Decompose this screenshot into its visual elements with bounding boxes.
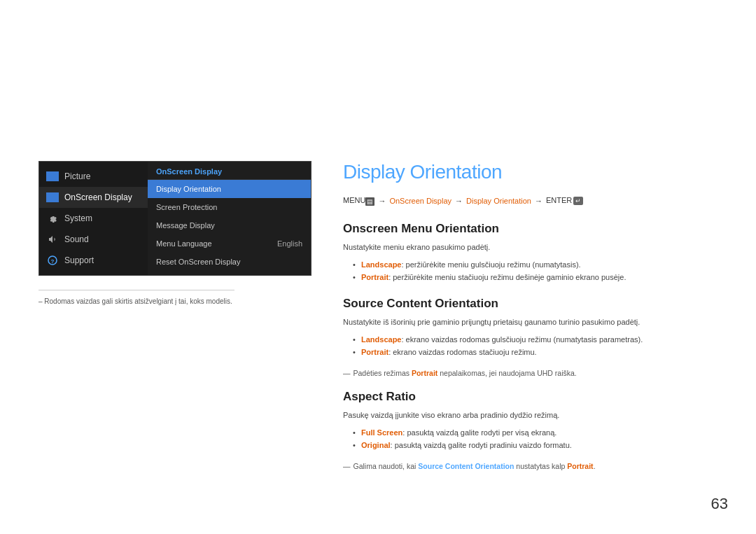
section-title-aspect-ratio: Aspect Ratio (343, 390, 704, 404)
portrait-text-1: : peržiūrėkite meniu stačiuoju režimu de… (388, 273, 626, 281)
submenu-item-display-orientation[interactable]: Display Orientation (148, 180, 311, 198)
sidebar-item-picture[interactable]: Picture (39, 166, 148, 187)
breadcrumb: MENU▤ → OnScreen Display → Display Orien… (343, 196, 704, 205)
section-body-source-content: Nustatykite iš išorinių prie gaminio pri… (343, 316, 704, 329)
landscape-text-1: : peržiūrėkite meniu gulsčiuoju režimu (… (401, 260, 580, 269)
bc-part1: OnScreen Display (389, 197, 451, 205)
svg-text:?: ? (51, 258, 55, 265)
submenu-label-screen-protection: Screen Protection (156, 203, 217, 211)
section-body-aspect-ratio: Pasukę vaizdą įjunkite viso ekrano arba … (343, 409, 704, 422)
submenu-label-message-display: Message Display (156, 221, 215, 230)
bc-part2: Display Orientation (466, 197, 531, 205)
submenu: OnScreen Display Display Orientation Scr… (148, 162, 311, 275)
section-body-onscreen-menu: Nustatykite meniu ekrano pasukimo padėtį… (343, 241, 704, 254)
section-source-content: Source Content Orientation Nustatykite i… (343, 297, 704, 377)
portrait-label-2: Portrait (361, 348, 388, 356)
sidebar-nav: Picture OnScreen Display System (39, 162, 148, 275)
bullet-item-fullscreen: Full Screen: pasuktą vaizdą galite rodyt… (354, 426, 704, 440)
bullet-item-portrait-1: Portrait: peržiūrėkite meniu stačiuoju r… (354, 271, 704, 284)
bc-arrow-2: → (455, 197, 463, 205)
sidebar-label-sound: Sound (64, 234, 89, 244)
submenu-item-screen-protection[interactable]: Screen Protection (148, 198, 311, 216)
bullet-item-landscape-2: Landscape: ekrano vaizdas rodomas gulsči… (354, 333, 704, 346)
left-panel: Picture OnScreen Display System (38, 161, 354, 307)
right-content: Display Orientation MENU▤ → OnScreen Dis… (343, 161, 724, 483)
submenu-item-reset-onscreen[interactable]: Reset OnScreen Display (148, 253, 311, 271)
sidebar-item-support[interactable]: ? Support (39, 250, 148, 271)
fullscreen-label: Full Screen (361, 428, 402, 437)
page-number: 63 (711, 495, 728, 513)
section-title-onscreen-menu: Onscreen Menu Orientation (343, 222, 704, 236)
support-icon: ? (46, 255, 59, 265)
bc-menu-label: MENU▤ (343, 196, 374, 204)
source-content-note-label: Source Content Orientation (418, 462, 514, 470)
sidebar-label-support: Support (64, 255, 94, 265)
menu-container: Picture OnScreen Display System (38, 161, 312, 276)
sound-icon (46, 234, 59, 244)
submenu-label-menu-language: Menu Language (156, 239, 212, 248)
footnote-area: – Rodomas vaizdas gali skirtis atsižvelg… (38, 290, 234, 307)
picture-icon (46, 171, 59, 181)
bc-arrow-1: → (378, 197, 386, 205)
sidebar-item-onscreen[interactable]: OnScreen Display (39, 187, 148, 208)
sidebar-item-sound[interactable]: Sound (39, 229, 148, 250)
note-source-content: ― Padėties režimas Portrait nepalaikomas… (343, 369, 704, 377)
landscape-label-1: Landscape (361, 260, 401, 269)
section-title-source-content: Source Content Orientation (343, 297, 704, 311)
original-text: : pasuktą vaizdą galite rodyti pradiniu … (391, 441, 572, 449)
page-title: Display Orientation (343, 161, 704, 183)
sidebar-label-picture: Picture (64, 171, 90, 181)
bullet-item-portrait-2: Portrait: ekrano vaizdas rodomas stačiuo… (354, 346, 704, 359)
sidebar-label-system: System (64, 213, 92, 223)
original-label: Original (361, 441, 391, 449)
note-aspect-ratio: ― Galima naudoti, kai Source Content Ori… (343, 462, 704, 470)
bc-arrow-3: → (535, 197, 542, 205)
landscape-label-2: Landscape (361, 335, 401, 344)
portrait-text-2: : ekrano vaizdas rodomas stačiuoju režim… (388, 348, 537, 356)
portrait-note-label-2: Portrait (567, 462, 593, 470)
bullet-list-source-content: Landscape: ekrano vaizdas rodomas gulsči… (354, 333, 704, 359)
submenu-label-reset-onscreen: Reset OnScreen Display (156, 258, 240, 266)
section-aspect-ratio: Aspect Ratio Pasukę vaizdą įjunkite viso… (343, 390, 704, 470)
submenu-label-display-orientation: Display Orientation (156, 185, 221, 193)
bullet-item-original: Original: pasuktą vaizdą galite rodyti p… (354, 439, 704, 452)
gear-icon (46, 213, 59, 223)
portrait-label-1: Portrait (361, 273, 388, 281)
submenu-item-message-display[interactable]: Message Display (148, 216, 311, 234)
submenu-header: OnScreen Display (148, 162, 311, 180)
bullet-item-landscape-1: Landscape: peržiūrėkite meniu gulsčiuoju… (354, 258, 704, 272)
fullscreen-text: : pasuktą vaizdą galite rodyti per visą … (402, 428, 556, 437)
landscape-text-2: : ekrano vaizdas rodomas gulsčiuoju reži… (401, 335, 643, 344)
section-onscreen-menu: Onscreen Menu Orientation Nustatykite me… (343, 222, 704, 284)
submenu-item-menu-language[interactable]: Menu Language English (148, 234, 311, 253)
bullet-list-onscreen-menu: Landscape: peržiūrėkite meniu gulsčiuoju… (354, 258, 704, 284)
sidebar-item-system[interactable]: System (39, 208, 148, 229)
onscreen-icon (46, 192, 59, 202)
footnote-text: – Rodomas vaizdas gali skirtis atsižvelg… (38, 296, 234, 307)
portrait-note-label: Portrait (412, 369, 438, 377)
submenu-value-menu-language: English (277, 239, 302, 248)
bullet-list-aspect-ratio: Full Screen: pasuktą vaizdą galite rodyt… (354, 426, 704, 452)
bc-enter: ENTER↵ (546, 196, 583, 205)
sidebar-label-onscreen: OnScreen Display (64, 192, 132, 202)
